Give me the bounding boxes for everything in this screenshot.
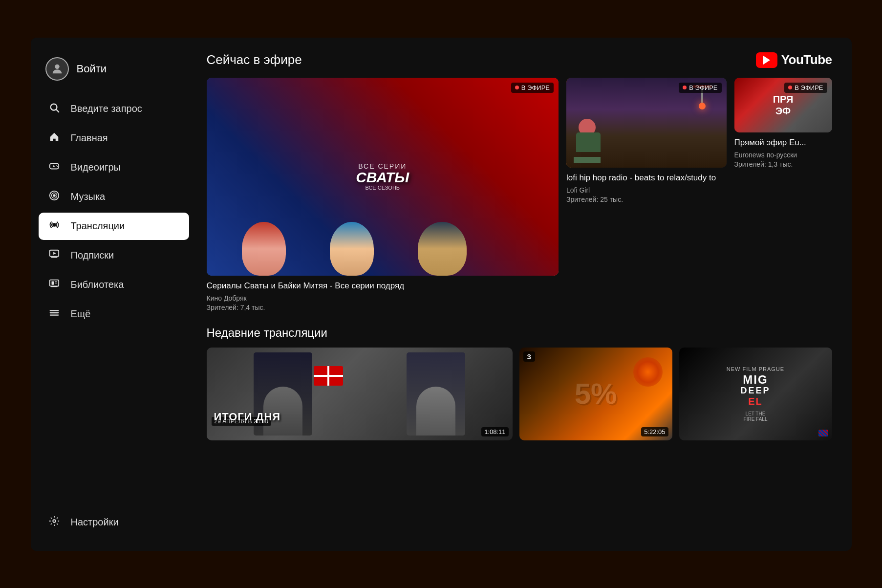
thumbnail-itogi: 29 АПРЕЛЯ В 20:00 1:08:11 ИТОГИ ДНЯ [207, 348, 513, 440]
avatar [45, 57, 69, 81]
live-icon [47, 219, 61, 233]
video-card-5percent[interactable]: 3 5% 5:22:05 [519, 348, 672, 440]
library-icon [47, 278, 61, 292]
main-content: Сейчас в эфире YouTube ВСЕ СЕРИИ [197, 38, 852, 551]
svg-rect-15 [49, 280, 58, 286]
video-info-lofi: lofi hip hop radio - beats to relax/stud… [566, 168, 727, 203]
search-icon [47, 102, 61, 116]
thumbnail-mig: NEW FILM PRAGUE MIG DEEP EL LET THEFIRE … [679, 348, 832, 440]
svaты-overlay: ВСЕ СЕРИИ СВАТЫ ВСЕ СЕЗОНЬ [356, 162, 409, 191]
youtube-logo: YouTube [756, 52, 832, 68]
tv-frame: Войти Введите запрос Главна [31, 38, 852, 551]
video-channel-svaты: Кино Добряк [207, 294, 559, 302]
music-label: Музыка [71, 191, 106, 202]
sidebar: Войти Введите запрос Главна [31, 38, 197, 551]
video-viewers-euronews: Зрителей: 1,3 тыс. [734, 160, 832, 168]
video-title-svaты: Сериалы Сваты и Байки Митяя - Все серии … [207, 281, 559, 291]
sidebar-navigation: Введите запрос Главная [31, 95, 197, 328]
youtube-label: YouTube [781, 52, 832, 67]
sidebar-item-home[interactable]: Главная [39, 125, 189, 152]
settings-label: Настройки [71, 517, 119, 528]
video-info-svaты: Сериалы Сваты и Байки Митяя - Все серии … [207, 276, 559, 311]
search-label: Введите запрос [71, 103, 142, 114]
video-channel-euronews: Euronews по-русски [734, 151, 832, 159]
home-label: Главная [71, 132, 108, 144]
sidebar-item-live[interactable]: Трансляции [39, 213, 189, 240]
youtube-icon [756, 52, 777, 68]
live-badge-euronews: В ЭФИРЕ [784, 83, 827, 93]
thumbnail-euronews: ПРЯЭФ В ЭФИРЕ [734, 78, 832, 133]
gaming-icon [47, 161, 61, 174]
video-card-mig[interactable]: NEW FILM PRAGUE MIG DEEP EL LET THEFIRE … [679, 348, 832, 440]
recent-videos-row: 29 АПРЕЛЯ В 20:00 1:08:11 ИТОГИ ДНЯ 3 5%… [207, 348, 832, 440]
svg-point-0 [55, 64, 59, 68]
live-badge-lofi: В ЭФИРЕ [679, 83, 721, 93]
music-icon [47, 190, 61, 204]
home-icon [47, 131, 61, 145]
video-card-svaты[interactable]: ВСЕ СЕРИИ СВАТЫ ВСЕ СЕЗОНЬ В ЭФИРЕ Сериа… [207, 78, 559, 311]
video-card-lofi[interactable]: В ЭФИРЕ lofi hip hop radio - beats to re… [566, 78, 727, 311]
sidebar-item-library[interactable]: Библиотека [39, 271, 189, 299]
sidebar-settings-section: Настройки [31, 509, 197, 536]
video-channel-lofi: Lofi Girl [566, 186, 727, 194]
section1-header: Сейчас в эфире YouTube [207, 52, 832, 68]
video-card-euronews[interactable]: ПРЯЭФ В ЭФИРЕ Прямой эфир Eu... Euronews… [734, 78, 832, 311]
sidebar-item-more[interactable]: Ещё [39, 301, 189, 328]
sidebar-user[interactable]: Войти [31, 52, 197, 95]
video-viewers-svaты: Зрителей: 7,4 тыс. [207, 304, 559, 311]
video-info-euronews: Прямой эфир Eu... Euronews по-русски Зри… [734, 132, 832, 168]
settings-icon [47, 516, 61, 529]
sidebar-item-music[interactable]: Музыка [39, 183, 189, 211]
sidebar-item-settings[interactable]: Настройки [39, 509, 189, 536]
sidebar-item-gaming[interactable]: Видеоигры [39, 154, 189, 181]
library-label: Библиотека [71, 279, 124, 290]
svg-marker-13 [53, 252, 56, 255]
svg-point-7 [57, 166, 58, 167]
sidebar-item-search[interactable]: Введите запрос [39, 95, 189, 123]
svg-rect-17 [51, 281, 54, 284]
svg-point-11 [52, 223, 56, 226]
more-label: Ещё [71, 308, 91, 320]
svg-point-9 [53, 194, 56, 197]
gaming-label: Видеоигры [71, 162, 121, 173]
sidebar-item-subscriptions[interactable]: Подписки [39, 242, 189, 269]
thumbnail-svaты: ВСЕ СЕРИИ СВАТЫ ВСЕ СЕЗОНЬ В ЭФИРЕ [207, 78, 559, 276]
thumbnail-5percent: 3 5% 5:22:05 [519, 348, 672, 440]
live-badge-svaты: В ЭФИРЕ [511, 83, 554, 93]
svg-point-6 [56, 165, 57, 166]
login-label: Войти [77, 63, 107, 75]
svg-line-2 [56, 109, 59, 112]
duration-5percent: 5:22:05 [641, 427, 668, 436]
section1-title: Сейчас в эфире [207, 52, 302, 67]
video-viewers-lofi: Зрителей: 25 тыс. [566, 196, 727, 203]
more-icon [47, 307, 61, 321]
svg-point-23 [53, 520, 56, 523]
video-title-euronews: Прямой эфир Eu... [734, 137, 832, 148]
subscriptions-label: Подписки [71, 250, 114, 261]
live-label: Трансляции [71, 220, 125, 232]
section2-title: Недавние трансляции [207, 326, 832, 340]
subscriptions-icon [47, 249, 61, 262]
thumbnail-lofi: В ЭФИРЕ [566, 78, 727, 168]
video-title-lofi: lofi hip hop radio - beats to relax/stud… [566, 173, 727, 183]
duration-itogi: 1:08:11 [481, 427, 508, 436]
video-card-itogi[interactable]: 29 АПРЕЛЯ В 20:00 1:08:11 ИТОГИ ДНЯ [207, 348, 513, 440]
live-videos-row: ВСЕ СЕРИИ СВАТЫ ВСЕ СЕЗОНЬ В ЭФИРЕ Сериа… [207, 78, 832, 311]
